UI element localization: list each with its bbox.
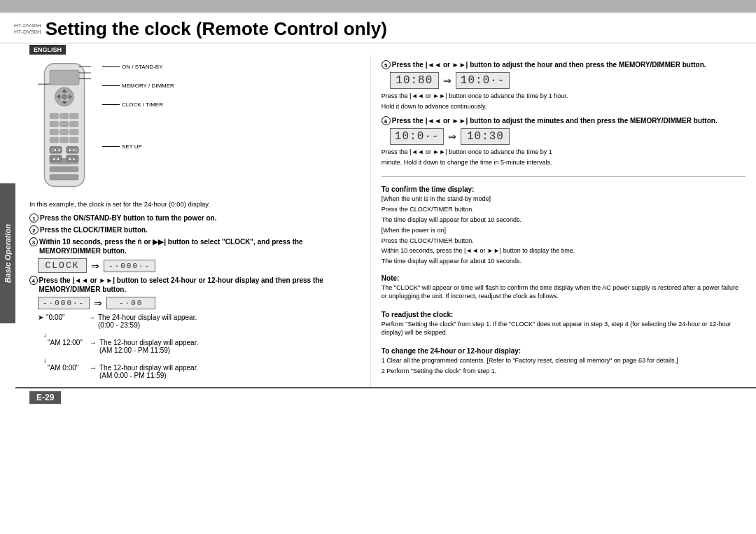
confirm-text-4: [When the power is on] [382, 226, 746, 235]
step-5-display-2: 10:0·- [456, 72, 510, 89]
confirm-text-6: Within 10 seconds, press the |◄◄ or ►►| … [382, 246, 746, 255]
time-val-2: "AM 12:00" [48, 339, 90, 346]
time-desc-3a: The 12-hour display will appear. [99, 364, 198, 372]
time-val-3: "AM 0:00" [48, 364, 90, 372]
step-3-num: 3 [29, 237, 38, 246]
step-3-display-2: -·000·- [104, 260, 155, 272]
svg-rect-12 [50, 121, 58, 127]
step-6-note-2: minute. Hold it down to change the time … [382, 158, 746, 167]
basic-operation-sidebar: Basic Operation [0, 183, 15, 323]
step-6-note-1: Press the |◄◄ or ►►| button once to adva… [382, 148, 746, 157]
top-bar [0, 0, 756, 13]
step-5-section: 5 Press the |◄◄ or ►►| button to adjust … [382, 60, 746, 111]
svg-rect-19 [59, 137, 68, 143]
bottom-bar: E-29 [15, 387, 756, 407]
step-4: 4 Press the |◄◄ or ►►| button to select … [29, 276, 363, 294]
step-3-arrow: ⇒ [91, 260, 99, 272]
step-6: 6 Press the |◄◄ or ►►| button to adjust … [382, 116, 746, 125]
step-4-text: Press the |◄◄ or ►►| button to select 24… [39, 276, 363, 294]
time-arrow-3: → [90, 364, 97, 372]
svg-rect-17 [70, 129, 78, 135]
two-column-layout: |◄◄ ►►| ◄◄ ►► ON / STAND-BY [15, 55, 756, 387]
page-number: E-29 [29, 391, 61, 404]
content-body: Basic Operation ENGLISH [0, 43, 756, 407]
step-5-displays: 10:80 ⇒ 10:0·- [390, 72, 746, 89]
step-6-display-1: 10:0·- [390, 128, 444, 145]
step-5-note-2: Hold it down to advance continuously. [382, 102, 746, 111]
svg-rect-14 [70, 121, 78, 127]
svg-rect-18 [50, 137, 58, 143]
confirm-text-3: The time display will appear for about 1… [382, 216, 746, 225]
step-5: 5 Press the |◄◄ or ►►| button to adjust … [382, 60, 746, 69]
step-6-display-2: 10:30 [461, 128, 510, 145]
step-3-text: Within 10 seconds, press the ń or ▶▶| bu… [39, 237, 363, 255]
note-text-1: The "CLOCK" will appear or time will fla… [382, 283, 746, 301]
svg-rect-15 [50, 129, 58, 135]
svg-rect-16 [59, 129, 68, 135]
time-arrow-1: → [88, 314, 95, 321]
svg-point-8 [61, 94, 68, 101]
step-4-display-2: -·00 [106, 297, 155, 309]
svg-rect-24 [50, 167, 78, 172]
remote-label-list: ON / STAND-BY MEMORY / DIMMER CLOCK / TI… [102, 60, 174, 150]
remote-area: |◄◄ ►►| ◄◄ ►► ON / STAND-BY [29, 60, 363, 193]
model1-label: HT-DV40H [14, 22, 41, 29]
confirm-section: To confirm the time display: [When the u… [382, 181, 746, 265]
step-4-arrow: ⇒ [94, 297, 102, 309]
confirm-text-1: [When the unit is in the stand-by mode] [382, 195, 746, 204]
confirm-text-2: Press the CLOCK/TIMER button. [382, 205, 746, 214]
model2-label: HT-DV50H [14, 29, 41, 35]
svg-rect-1 [50, 70, 79, 85]
steps-list: 1 Press the ON/STAND-BY button to turn t… [29, 213, 363, 312]
change-display-text-2: 2 Perform "Setting the clock" from step … [382, 367, 746, 376]
step-3-displays: CLOCK ⇒ -·000·- [38, 258, 363, 273]
page-title: Setting the clock (Remote Control only) [46, 18, 387, 40]
step-6-displays: 10:0·- ⇒ 10:30 [390, 128, 746, 145]
step-6-arrow: ⇒ [448, 131, 456, 142]
header-section: HT-DV40H HT-DV50H Setting the clock (Rem… [0, 13, 756, 43]
step-4-num: 4 [29, 276, 38, 285]
readjust-section: To readjust the clock: Perform "Setting … [382, 307, 746, 337]
step-5-note-1: Press the |◄◄ or ►►| button once to adva… [382, 92, 746, 101]
remote-label-clock-timer: CLOCK / TIMER [102, 101, 174, 108]
confirm-text-5: Press the CLOCK/TIMER button. [382, 237, 746, 246]
change-display-text-1: 1 Clear all the programmed contents. [Re… [382, 356, 746, 365]
step-2-num: 2 [29, 225, 38, 234]
svg-rect-11 [70, 113, 78, 119]
remote-label-setup: SET UP [102, 143, 174, 150]
time-desc-2b: (AM 12:00 - PM 11:59) [99, 346, 198, 354]
time-options: ➤ "0:00" → The 24-hour display will appe… [38, 314, 363, 381]
remote-label-memory-dimmer: MEMORY / DIMMER [102, 83, 174, 89]
time-val-1: "0:00" [46, 314, 88, 321]
step-5-arrow: ⇒ [443, 75, 451, 86]
step-6-num: 6 [382, 116, 391, 125]
svg-rect-20 [70, 137, 78, 143]
remote-control-image: |◄◄ ►►| ◄◄ ►► [29, 60, 99, 193]
time-arrow-2: → [90, 339, 97, 346]
page-wrapper: HT-DV40H HT-DV50H Setting the clock (Rem… [0, 0, 756, 534]
step-4-display-1: -·000·- [38, 297, 90, 309]
step-5-display-1: 10:80 [390, 72, 439, 89]
svg-rect-25 [50, 174, 78, 180]
down-arrow-1: ↓ [43, 331, 363, 339]
svg-rect-13 [59, 121, 68, 127]
left-column: |◄◄ ►►| ◄◄ ►► ON / STAND-BY [15, 55, 371, 387]
time-desc-1b: (0:00 - 23:59) [98, 321, 197, 329]
confirm-text-7: The time display will appear for about 1… [382, 257, 746, 266]
remote-label-on-standby: ON / STAND-BY [102, 64, 174, 70]
step-5-num: 5 [382, 60, 391, 69]
change-display-title: To change the 24-hour or 12-hour display… [382, 347, 746, 355]
note-section: Note: The "CLOCK" will appear or time wi… [382, 272, 746, 301]
example-text: In this example, the clock is set for th… [29, 200, 363, 208]
time-desc-2a: The 12-hour display will appear. [99, 339, 198, 346]
divider [382, 176, 746, 177]
time-desc-3b: (AM 0:00 - PM 11:59) [99, 372, 198, 379]
time-option-3: "AM 0:00" → The 12-hour display will app… [38, 364, 363, 379]
svg-text:►►: ►► [69, 157, 76, 161]
time-option-1: ➤ "0:00" → The 24-hour display will appe… [38, 314, 363, 329]
step-3-display-1: CLOCK [38, 258, 87, 273]
step-6-text: Press the |◄◄ or ►►| button to adjust th… [392, 116, 718, 125]
model-labels: HT-DV40H HT-DV50H [14, 22, 41, 35]
note-title: Note: [382, 274, 746, 282]
time-desc-1a: The 24-hour display will appear. [98, 314, 197, 321]
